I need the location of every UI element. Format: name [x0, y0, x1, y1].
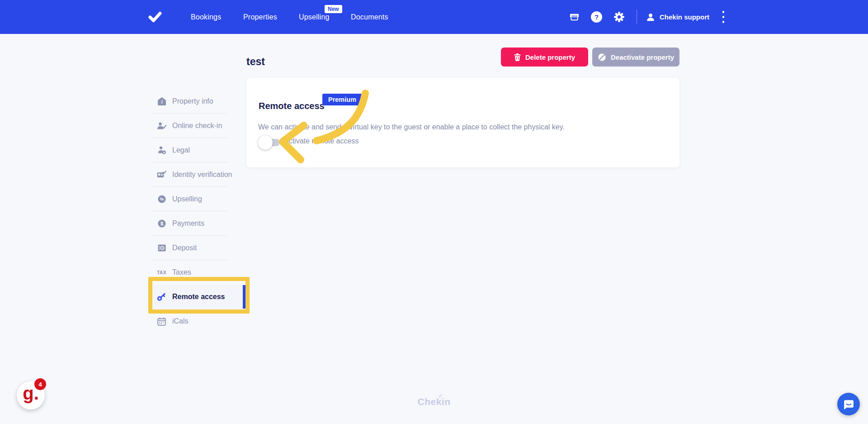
sidebar-item-icals[interactable]: iCals — [152, 309, 246, 333]
growth-notification-badge: 4 — [34, 378, 46, 390]
card-title: Remote access — [259, 101, 325, 111]
annotation-arrow — [0, 0, 868, 424]
help-icon: ? — [591, 11, 602, 23]
sidebar-item-label: Deposit — [172, 244, 197, 252]
sidebar-item-label: Legal — [172, 146, 190, 154]
watermark-text: Chekin — [417, 396, 450, 407]
percent-glyph: % — [160, 196, 164, 201]
sidebar-item-taxes[interactable]: TAX Taxes — [152, 260, 246, 285]
sidebar-item-label: Taxes — [172, 268, 191, 276]
legal-icon: ★ — [157, 146, 166, 155]
kebab-dot — [722, 16, 725, 18]
deposit-safe-icon — [157, 243, 166, 253]
sidebar-item-label: Upselling — [172, 195, 202, 203]
checkmark-icon — [148, 11, 162, 23]
nav-item-documents[interactable]: Documents — [351, 0, 388, 34]
settings-button[interactable] — [613, 0, 625, 34]
sidebar-item-legal[interactable]: ★ Legal — [152, 138, 246, 162]
sidebar-item-label: Identity verification — [172, 171, 232, 179]
active-indicator-bar — [243, 285, 246, 309]
sidebar-item-identity-verification[interactable]: Identity verification — [152, 162, 246, 187]
marketplace-button[interactable] — [569, 0, 580, 34]
key-icon — [157, 292, 166, 302]
calendar-icon — [157, 317, 166, 326]
sidebar-item-label: Online check-in — [172, 122, 222, 130]
online-checkin-icon — [157, 121, 166, 131]
identity-verification-icon — [157, 170, 166, 180]
help-button[interactable]: ? — [591, 0, 602, 34]
deactivate-property-button[interactable]: Deactivate property — [592, 48, 679, 67]
chat-launcher-button[interactable] — [837, 393, 860, 415]
tax-glyph: TAX — [157, 270, 166, 275]
deactivate-property-label: Deactivate property — [611, 53, 674, 61]
nav-divider — [637, 10, 637, 24]
user-name: Chekin support — [660, 13, 709, 21]
kebab-dot — [722, 21, 725, 23]
sidebar-item-deposit[interactable]: Deposit — [152, 236, 246, 260]
question-glyph: ? — [594, 13, 599, 21]
toggle-knob[interactable] — [258, 135, 273, 150]
dollar-glyph: $ — [160, 221, 163, 226]
delete-property-button[interactable]: Delete property — [501, 48, 588, 67]
remote-access-card: Remote access Premium We can activate an… — [246, 78, 679, 167]
sidebar-item-remote-access[interactable]: Remote access — [152, 285, 246, 309]
top-nav: Bookings Properties Upselling New Docume… — [0, 0, 868, 34]
chekin-watermark: Chekin ✓ — [0, 396, 868, 407]
watermark-check-icon: ✓ — [438, 393, 443, 399]
new-badge: New — [325, 5, 342, 13]
property-settings-sidebar: i Property info Online check-in ★ Legal — [152, 89, 246, 333]
sidebar-item-upselling[interactable]: % Upselling — [152, 187, 246, 211]
page-title: test — [246, 56, 265, 68]
user-icon — [646, 12, 656, 22]
toggle-label: Activate remote access — [284, 137, 359, 145]
block-icon — [598, 53, 606, 62]
sidebar-item-online-checkin[interactable]: Online check-in — [152, 114, 246, 138]
user-menu[interactable]: Chekin support — [646, 0, 709, 34]
remote-access-toggle[interactable] — [259, 139, 280, 146]
delete-property-label: Delete property — [525, 53, 575, 61]
storefront-icon — [569, 12, 580, 22]
kebab-dot — [722, 11, 725, 13]
trash-icon — [514, 53, 521, 61]
sidebar-item-property-info[interactable]: i Property info — [152, 89, 246, 114]
tax-text-icon: TAX — [157, 268, 166, 277]
brand-checkmark-logo[interactable] — [148, 11, 162, 25]
nav-item-bookings[interactable]: Bookings — [191, 0, 221, 34]
nav-item-properties[interactable]: Properties — [243, 0, 277, 34]
sidebar-item-label: iCals — [172, 317, 189, 325]
sidebar-item-label: Payments — [172, 219, 204, 228]
sidebar-item-label: Remote access — [172, 293, 225, 301]
star-glyph: ★ — [163, 151, 165, 154]
info-glyph: i — [161, 100, 162, 105]
sidebar-item-label: Property info — [172, 97, 213, 105]
gear-icon — [613, 11, 625, 23]
property-info-icon: i — [157, 97, 166, 106]
dollar-circle-icon: $ — [157, 219, 166, 229]
percent-badge-icon: % — [157, 195, 166, 204]
card-description: We can activate and send a virtual key t… — [258, 123, 565, 131]
kebab-menu-button[interactable] — [720, 0, 726, 34]
chat-bubble-icon — [843, 398, 855, 410]
sidebar-item-payments[interactable]: $ Payments — [152, 211, 246, 236]
premium-badge: Premium — [322, 94, 362, 105]
